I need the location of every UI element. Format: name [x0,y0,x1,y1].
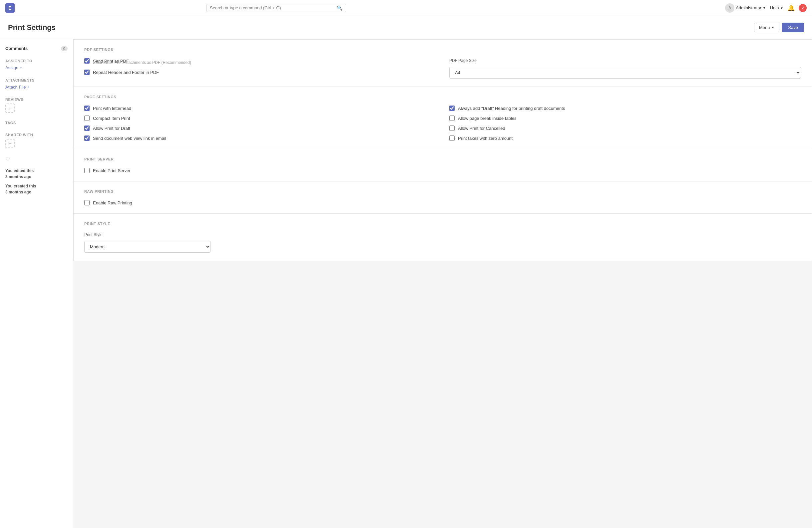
print-style-inner: PRINT STYLE Print Style Modern Classic M… [74,214,812,261]
chevron-down-icon: ▼ [780,6,783,10]
notification-badge[interactable]: 2 [799,4,807,12]
help-menu[interactable]: Help ▼ [770,5,783,10]
raw-printing-inner: RAW PRINTING Enable Raw Printing [74,181,812,214]
add-review-button[interactable]: + [5,104,15,113]
enable-print-server-checkbox[interactable] [84,168,90,173]
notifications-bell[interactable]: 🔔 [787,4,795,12]
sidebar-attachments-section: ATTACHMENTS Attach File + [5,78,68,90]
add-shared-button[interactable]: + [5,139,15,148]
sidebar-comments-section: Comments 0 [5,46,68,51]
save-button[interactable]: Save [782,23,804,32]
always-draft-heading-checkbox[interactable] [449,105,455,111]
raw-printing-card: RAW PRINTING Enable Raw Printing [73,181,812,214]
send-web-link-row: Send document web view link in email [84,135,436,141]
avatar: A [725,3,735,13]
send-web-link-checkbox[interactable] [84,135,90,141]
print-zero-taxes-checkbox[interactable] [449,135,455,141]
tags-label: TAGS [5,121,68,125]
search-bar[interactable]: 🔍 [206,4,346,12]
user-label: Administrator [736,5,762,10]
sidebar-activity: You edited this 3 months ago You created… [5,168,68,195]
print-zero-taxes-row: Print taxes with zero amount [449,135,801,141]
print-letterhead-row: Print with letterhead [84,105,436,111]
activity-created: You created this 3 months ago [5,183,68,195]
allow-cancelled-row: Allow Print for Cancelled [449,126,801,131]
comments-label: Comments [5,46,28,51]
allow-draft-checkbox[interactable] [84,126,90,131]
print-zero-taxes-label: Print taxes with zero amount [458,136,512,141]
enable-print-server-label: Enable Print Server [93,168,131,173]
pdf-settings-inner: PDF SETTINGS Send Print as PDF Send Emai… [74,40,812,87]
print-letterhead-label: Print with letterhead [93,106,131,111]
page-settings-card: PAGE SETTINGS Print with letterhead Comp… [73,87,812,149]
app-logo: E [5,3,15,13]
pdf-left-col: Send Print as PDF Send Email Print Attac… [84,58,436,78]
user-menu[interactable]: A Administrator ▼ [725,3,766,13]
search-icon: 🔍 [337,5,343,11]
comments-header: Comments 0 [5,46,68,51]
chevron-down-icon: ▼ [763,6,766,10]
repeat-header-label: Repeat Header and Footer in PDF [93,70,159,75]
compact-item-checkbox[interactable] [84,116,90,121]
activity-edited: You edited this 3 months ago [5,168,68,180]
page-left-col: Print with letterhead Compact Item Print… [84,105,436,141]
raw-printing-title: RAW PRINTING [84,189,801,193]
header-actions: Menu ▼ Save [754,23,804,32]
sidebar-shared-with-section: SHARED WITH + [5,133,68,148]
menu-button[interactable]: Menu ▼ [754,23,779,32]
enable-print-server-row: Enable Print Server [84,168,801,173]
allow-cancelled-checkbox[interactable] [449,126,455,131]
always-draft-heading-label: Always add "Draft" Heading for printing … [458,106,565,111]
print-style-card: PRINT STYLE Print Style Modern Classic M… [73,214,812,261]
sidebar: Comments 0 ASSIGNED TO Assign + ATTACHME… [0,39,73,528]
page-break-label: Allow page break inside tables [458,116,517,121]
assign-button[interactable]: Assign + [5,65,22,70]
send-email-sublabel: Send Email Print Attachments as PDF (Rec… [93,60,436,65]
enable-raw-printing-checkbox[interactable] [84,200,90,205]
print-style-select[interactable]: Modern Classic Monochrome [84,241,211,253]
page-size-label: PDF Page Size [449,58,801,63]
page-title: Print Settings [8,23,56,32]
page-settings-grid: Print with letterhead Compact Item Print… [84,105,801,141]
page-section-title: PAGE SETTINGS [84,95,801,99]
send-print-pdf-checkbox[interactable] [84,58,90,63]
print-style-section-title: PRINT STYLE [84,222,801,226]
enable-raw-printing-label: Enable Raw Printing [93,201,132,205]
search-input[interactable] [210,5,334,10]
attach-file-button[interactable]: Attach File + [5,85,30,90]
print-letterhead-checkbox[interactable] [84,105,90,111]
sidebar-reviews-section: REVIEWS + [5,98,68,113]
sidebar-tags-section: TAGS [5,121,68,125]
repeat-header-row: Repeat Header and Footer in PDF [84,70,436,75]
print-style-field-label: Print Style [84,232,801,237]
send-print-pdf-row: Send Print as PDF Send Email Print Attac… [84,58,436,65]
comments-count: 0 [61,46,68,51]
print-server-card: PRINT SERVER Enable Print Server [73,149,812,181]
compact-item-row: Compact Item Print [84,116,436,121]
compact-item-label: Compact Item Print [93,116,130,121]
shared-with-label: SHARED WITH [5,133,68,137]
pdf-settings-grid: Send Print as PDF Send Email Print Attac… [84,58,801,78]
reviews-label: REVIEWS [5,98,68,102]
pdf-settings-card: PDF SETTINGS Send Print as PDF Send Emai… [73,39,812,87]
always-draft-heading-row: Always add "Draft" Heading for printing … [449,105,801,111]
repeat-header-checkbox[interactable] [84,70,90,75]
navbar: E 🔍 A Administrator ▼ Help ▼ 🔔 2 [0,0,812,16]
enable-raw-printing-row: Enable Raw Printing [84,200,801,205]
page-right-col: Always add "Draft" Heading for printing … [449,105,801,141]
navbar-right: A Administrator ▼ Help ▼ 🔔 2 [725,3,807,13]
attachments-label: ATTACHMENTS [5,78,68,82]
sidebar-assigned-section: ASSIGNED TO Assign + [5,59,68,70]
page-break-checkbox[interactable] [449,116,455,121]
print-server-title: PRINT SERVER [84,157,801,161]
page-break-row: Allow page break inside tables [449,116,801,121]
main-layout: Comments 0 ASSIGNED TO Assign + ATTACHME… [0,39,812,528]
page-header: Print Settings Menu ▼ Save [0,16,812,39]
assigned-to-label: ASSIGNED TO [5,59,68,63]
like-icon[interactable]: ♡ [5,156,68,162]
allow-cancelled-label: Allow Print for Cancelled [458,126,505,131]
content-area: PDF SETTINGS Send Print as PDF Send Emai… [73,39,812,528]
send-web-link-label: Send document web view link in email [93,136,166,141]
page-size-select[interactable]: A4 Letter Legal A3 [449,67,801,78]
pdf-section-title: PDF SETTINGS [84,48,801,52]
